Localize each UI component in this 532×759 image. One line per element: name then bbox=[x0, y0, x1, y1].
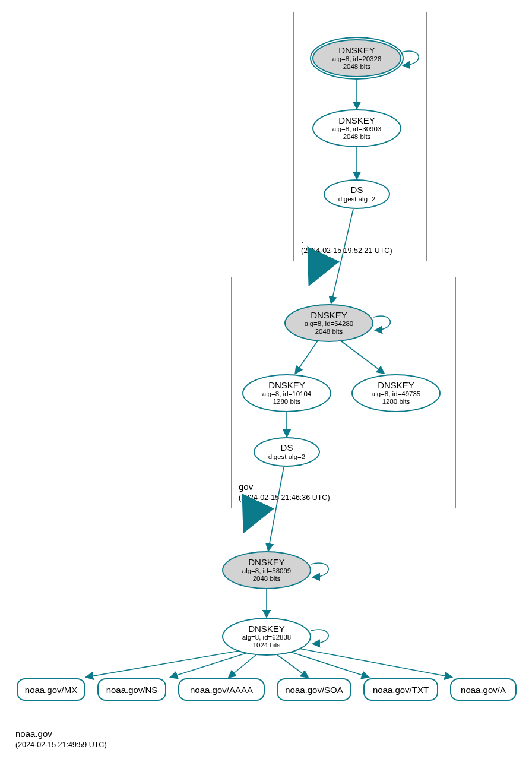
zone-root-label: . (2024-02-15 19:52:21 UTC) bbox=[301, 234, 392, 256]
node-title: DNSKEY bbox=[311, 311, 347, 321]
node-title: DNSKEY bbox=[268, 381, 305, 391]
node-title: DNSKEY bbox=[248, 624, 285, 634]
rr-label: noaa.gov/MX bbox=[25, 685, 77, 695]
node-title: DNSKEY bbox=[338, 46, 375, 56]
node-sub2: 1024 bits bbox=[253, 641, 281, 649]
node-sub2: 2048 bits bbox=[343, 133, 371, 141]
node-title: DNSKEY bbox=[378, 381, 414, 391]
rr-label: noaa.gov/A bbox=[461, 685, 506, 695]
node-sub2: 2048 bits bbox=[253, 575, 281, 583]
node-sub1: alg=8, id=10104 bbox=[262, 390, 312, 398]
node-title: DS bbox=[281, 443, 293, 453]
root-zsk: DNSKEY alg=8, id=30903 2048 bits bbox=[312, 109, 401, 147]
rr-label: noaa.gov/AAAA bbox=[190, 685, 253, 695]
gov-zsk-2: DNSKEY alg=8, id=49735 1280 bits bbox=[352, 374, 441, 412]
zone-root-name: . bbox=[301, 234, 392, 246]
zone-root-timestamp: (2024-02-15 19:52:21 UTC) bbox=[301, 246, 392, 256]
rr-aaaa: noaa.gov/AAAA bbox=[178, 678, 265, 701]
node-sub2: 1280 bits bbox=[382, 398, 410, 406]
zone-gov-name: gov bbox=[239, 481, 330, 493]
rr-label: noaa.gov/SOA bbox=[285, 685, 343, 695]
rr-soa: noaa.gov/SOA bbox=[277, 678, 352, 701]
zone-gov-timestamp: (2024-02-15 21:46:36 UTC) bbox=[239, 493, 330, 503]
node-sub2: 2048 bits bbox=[343, 63, 371, 71]
noaa-ksk: DNSKEY alg=8, id=58099 2048 bits bbox=[222, 551, 311, 589]
node-title: DS bbox=[351, 185, 363, 195]
node-sub1: digest alg=2 bbox=[268, 453, 305, 461]
node-sub1: alg=8, id=58099 bbox=[242, 567, 292, 575]
root-ds: DS digest alg=2 bbox=[324, 179, 390, 209]
rr-a: noaa.gov/A bbox=[450, 678, 517, 701]
zone-noaa-label: noaa.gov (2024-02-15 21:49:59 UTC) bbox=[15, 728, 107, 750]
root-ksk: DNSKEY alg=8, id=20326 2048 bits bbox=[312, 39, 401, 77]
noaa-zsk: DNSKEY alg=8, id=62838 1024 bits bbox=[222, 618, 311, 656]
rr-mx: noaa.gov/MX bbox=[17, 678, 86, 701]
rr-ns: noaa.gov/NS bbox=[97, 678, 166, 701]
zone-noaa-name: noaa.gov bbox=[15, 728, 107, 740]
node-title: DNSKEY bbox=[248, 558, 285, 568]
node-sub1: digest alg=2 bbox=[338, 195, 375, 203]
rr-label: noaa.gov/NS bbox=[106, 685, 158, 695]
zone-noaa-timestamp: (2024-02-15 21:49:59 UTC) bbox=[15, 740, 107, 750]
rr-txt: noaa.gov/TXT bbox=[363, 678, 438, 701]
gov-zsk-1: DNSKEY alg=8, id=10104 1280 bits bbox=[242, 374, 331, 412]
node-sub1: alg=8, id=20326 bbox=[332, 55, 382, 63]
gov-ksk: DNSKEY alg=8, id=64280 2048 bits bbox=[284, 304, 373, 342]
node-sub1: alg=8, id=62838 bbox=[242, 634, 292, 641]
node-sub1: alg=8, id=49735 bbox=[372, 390, 421, 398]
node-title: DNSKEY bbox=[338, 116, 375, 126]
node-sub2: 1280 bits bbox=[273, 398, 301, 406]
node-sub1: alg=8, id=30903 bbox=[332, 125, 382, 133]
rr-label: noaa.gov/TXT bbox=[373, 685, 429, 695]
gov-ds: DS digest alg=2 bbox=[254, 437, 320, 467]
node-sub2: 2048 bits bbox=[315, 328, 343, 336]
node-sub1: alg=8, id=64280 bbox=[305, 320, 354, 328]
zone-gov-label: gov (2024-02-15 21:46:36 UTC) bbox=[239, 481, 330, 503]
